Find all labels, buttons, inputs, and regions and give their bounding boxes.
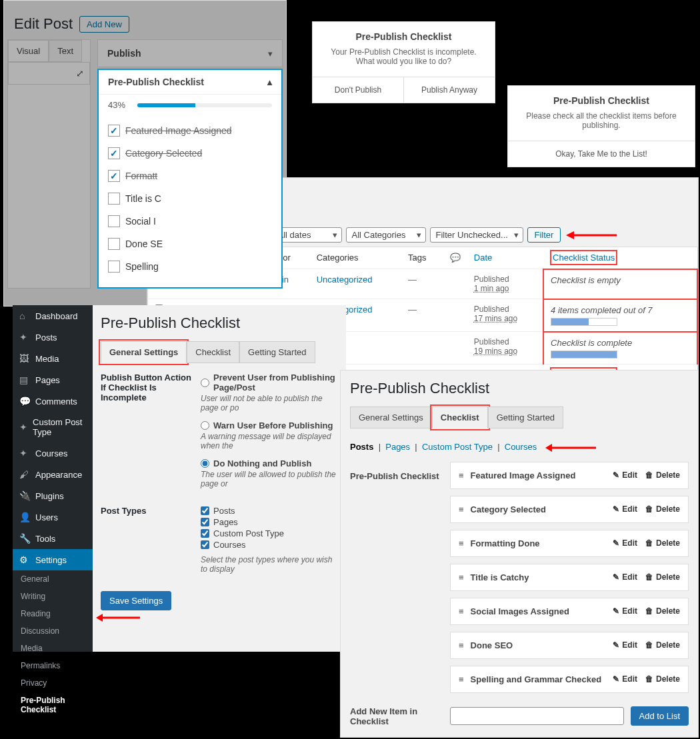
sidebar-sub-privacy[interactable]: Privacy	[13, 674, 93, 692]
sidebar-sub-general[interactable]: General	[13, 570, 93, 588]
tab-getting-started[interactable]: Getting Started	[488, 406, 563, 428]
modal-incomplete: Pre-Publish Checklist Your Pre-Publish C…	[312, 21, 495, 103]
delete-button[interactable]: 🗑 Delete	[645, 572, 680, 582]
publish-anyway-button[interactable]: Publish Anyway	[403, 77, 495, 103]
sidebar-sub-pre-publish-checklist[interactable]: Pre-Publish Checklist	[13, 692, 93, 718]
drag-handle-icon[interactable]: ≡	[459, 470, 464, 480]
sidebar-item-pages[interactable]: ▤Pages	[13, 369, 93, 390]
add-new-button[interactable]: Add New	[79, 16, 129, 33]
radio-donothing[interactable]	[201, 459, 209, 468]
checkbox-icon[interactable]	[108, 261, 120, 273]
menu-icon: ✦	[19, 332, 30, 343]
tab-general-settings[interactable]: General Settings	[350, 406, 432, 428]
drag-handle-icon[interactable]: ≡	[459, 538, 464, 548]
trash-icon: 🗑	[645, 572, 653, 582]
delete-button[interactable]: 🗑 Delete	[645, 538, 680, 548]
admin-settings-panel: ⌂Dashboard✦Posts🖼Media▤Pages💬Comments✦Cu…	[13, 305, 346, 652]
edit-button[interactable]: ✎ Edit	[613, 640, 637, 650]
sidebar-item-plugins[interactable]: 🔌Plugins	[13, 485, 93, 506]
sidebar-sub-reading[interactable]: Reading	[13, 605, 93, 622]
tab-checklist[interactable]: Checklist	[432, 406, 488, 428]
sidebar-sub-permalinks[interactable]: Permalinks	[13, 657, 93, 674]
col-status: Checklist Status	[543, 247, 697, 269]
delete-button[interactable]: 🗑 Delete	[645, 504, 680, 514]
category-link[interactable]: Uncategorized	[317, 275, 373, 285]
filter-button[interactable]: Filter	[527, 227, 561, 243]
sidebar-sub-writing[interactable]: Writing	[13, 588, 93, 605]
checkbox-icon[interactable]: ✓	[108, 125, 120, 137]
col-tags[interactable]: Tags	[401, 247, 443, 269]
delete-button[interactable]: 🗑 Delete	[645, 606, 680, 616]
sidebar-item-tools[interactable]: 🔧Tools	[13, 528, 93, 549]
tab-visual[interactable]: Visual	[8, 40, 49, 62]
tab-getting-started[interactable]: Getting Started	[239, 341, 315, 363]
edit-button[interactable]: ✎ Edit	[613, 470, 637, 480]
sidebar-item-comments[interactable]: 💬Comments	[13, 390, 93, 412]
checklist-filter-select[interactable]: Filter Unchecked...	[430, 227, 523, 243]
chevron-up-icon[interactable]: ▴	[267, 77, 272, 87]
drag-handle-icon[interactable]: ≡	[459, 674, 464, 684]
expand-icon[interactable]: ⤢	[76, 68, 84, 79]
sidebar-item-appearance[interactable]: 🖌Appearance	[13, 464, 93, 485]
posttype-checkbox[interactable]	[201, 506, 209, 515]
edit-button[interactable]: ✎ Edit	[613, 504, 637, 514]
radio-warn[interactable]	[201, 421, 209, 430]
posttype-checkbox[interactable]	[201, 518, 209, 526]
sidebar-item-dashboard[interactable]: ⌂Dashboard	[13, 305, 93, 327]
edit-button[interactable]: ✎ Edit	[613, 538, 637, 548]
drag-handle-icon[interactable]: ≡	[459, 640, 464, 650]
checkbox-icon[interactable]: ✓	[108, 170, 120, 182]
checklist-item[interactable]: Done SE	[108, 233, 272, 255]
posttype-checkbox[interactable]	[201, 540, 209, 549]
tab-general-settings[interactable]: General Settings	[101, 341, 187, 363]
checklist-item[interactable]: ✓Formatt	[108, 165, 272, 187]
add-item-label: Add New Item in Checklist	[350, 706, 443, 726]
sidebar-item-posts[interactable]: ✦Posts	[13, 327, 93, 348]
checkbox-icon[interactable]	[108, 193, 120, 205]
posttype-checkbox[interactable]	[201, 529, 209, 538]
tab-checklist[interactable]: Checklist	[187, 341, 239, 363]
checklist-item[interactable]: ✓Featured Image Assigned	[108, 119, 272, 142]
checklist-item[interactable]: Spelling	[108, 255, 272, 278]
edit-button[interactable]: ✎ Edit	[613, 606, 637, 616]
radio-prevent[interactable]	[201, 378, 209, 387]
checklist-item[interactable]: Social I	[108, 210, 272, 233]
drag-handle-icon[interactable]: ≡	[459, 504, 464, 514]
save-settings-button[interactable]: Save Settings	[101, 591, 171, 610]
checklist-item[interactable]: ✓Category Selected	[108, 142, 272, 165]
posttype-label: Courses	[213, 540, 245, 550]
dont-publish-button[interactable]: Don't Publish	[313, 77, 403, 103]
sidebar-sub-media[interactable]: Media	[13, 640, 93, 657]
sidebar-sub-discussion[interactable]: Discussion	[13, 622, 93, 640]
checklist-item[interactable]: Title is C	[108, 187, 272, 210]
edit-button[interactable]: ✎ Edit	[613, 674, 637, 684]
checkbox-icon[interactable]: ✓	[108, 147, 120, 159]
drag-handle-icon[interactable]: ≡	[459, 572, 464, 582]
delete-button[interactable]: 🗑 Delete	[645, 674, 680, 684]
posttype-label: Custom Post Type	[213, 528, 284, 538]
sidebar-item-settings[interactable]: ⚙Settings	[13, 549, 93, 570]
drag-handle-icon[interactable]: ≡	[459, 606, 464, 616]
subnav-courses[interactable]: Courses	[505, 442, 537, 452]
add-to-list-button[interactable]: Add to List	[631, 706, 689, 726]
sidebar-item-media[interactable]: 🖼Media	[13, 348, 93, 369]
sidebar-item-custom-post-type[interactable]: ✦Custom Post Type	[13, 412, 93, 442]
col-categories[interactable]: Categories	[310, 247, 401, 269]
delete-button[interactable]: 🗑 Delete	[645, 640, 680, 650]
subnav-pages[interactable]: Pages	[385, 442, 410, 452]
subnav-posts[interactable]: Posts	[350, 442, 373, 452]
delete-button[interactable]: 🗑 Delete	[645, 470, 680, 480]
okay-button[interactable]: Okay, Take Me to the List!	[508, 141, 695, 167]
checklist-section-label: Pre-Publish Checklist	[350, 462, 443, 693]
sidebar-item-courses[interactable]: ✦Courses	[13, 442, 93, 464]
add-item-input[interactable]	[450, 707, 624, 725]
subnav-cpt[interactable]: Custom Post Type	[422, 442, 493, 452]
checkbox-icon[interactable]	[108, 238, 120, 250]
checkbox-icon[interactable]	[108, 215, 120, 227]
tab-text[interactable]: Text	[49, 40, 82, 62]
col-date[interactable]: Date	[467, 247, 543, 269]
publish-metabox[interactable]: Publish ▾	[97, 39, 283, 67]
edit-button[interactable]: ✎ Edit	[613, 572, 637, 582]
sidebar-item-users[interactable]: 👤Users	[13, 506, 93, 528]
categories-select[interactable]: All Categories	[346, 227, 426, 243]
